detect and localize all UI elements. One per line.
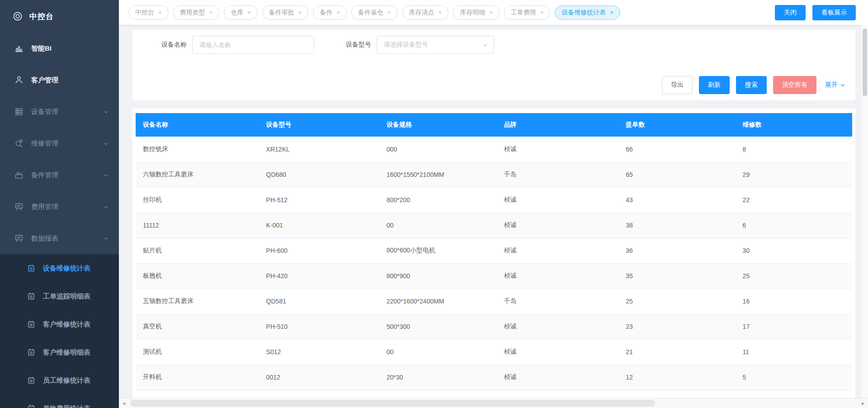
table-cell: 800*200	[379, 187, 497, 213]
table-cell: XR12KL	[259, 137, 379, 162]
tab-close-icon[interactable]: ×	[489, 9, 493, 15]
close-button[interactable]: 关闭	[775, 5, 806, 20]
tab-item[interactable]: 备件×	[313, 5, 347, 20]
device-name-label: 设备名称	[161, 41, 187, 49]
spare-icon	[14, 171, 24, 180]
search-button[interactable]: 搜索	[736, 76, 767, 94]
tab-close-icon[interactable]: ×	[298, 9, 302, 15]
customer-icon	[14, 76, 24, 85]
submenu-item-customer-repair-detail[interactable]: 客户维修明细表	[0, 338, 119, 366]
tab-close-icon[interactable]: ×	[209, 9, 213, 15]
table-cell: 38	[618, 213, 735, 238]
tab-item[interactable]: 库存明细×	[453, 5, 500, 20]
sidebar-item-label: 备件管理	[31, 171, 96, 180]
table-cell: 23	[618, 314, 735, 339]
tab-close-icon[interactable]: ×	[158, 9, 162, 15]
table-cell: 65	[618, 162, 735, 187]
horizontal-scrollbar-track[interactable]	[129, 399, 858, 408]
expense-icon	[14, 202, 24, 211]
sidebar-item-customers[interactable]: 客户管理	[0, 64, 119, 96]
export-button[interactable]: 导出	[662, 76, 693, 94]
filter-panel: 设备名称 设备型号 请选择设备型号 导出	[132, 30, 855, 100]
table-cell: 20*30	[379, 365, 497, 390]
submenu-item-employee-repair-stats[interactable]: 员工维修统计表	[0, 366, 119, 394]
table-cell: 36	[618, 238, 735, 263]
chevron-down-icon	[103, 109, 109, 115]
vertical-scrollbar[interactable]	[861, 25, 868, 398]
table-cell: 丝印机	[136, 187, 259, 213]
tab-item[interactable]: 工单费用×	[504, 5, 551, 20]
tab-item[interactable]: 中控台×	[128, 5, 169, 20]
content: 设备名称 设备型号 请选择设备型号 导出	[119, 25, 868, 408]
table-cell: PH-510	[259, 314, 379, 339]
board-display-button[interactable]: 看板展示	[812, 5, 856, 20]
sidebar-brand[interactable]: 中控台	[0, 0, 119, 33]
submenu-item-device-repair-stats[interactable]: 设备维修统计表	[0, 254, 119, 282]
chevron-down-icon	[840, 82, 845, 88]
tab-item[interactable]: 备件返仓×	[351, 5, 398, 20]
horizontal-scrollbar-thumb[interactable]	[130, 400, 655, 407]
notebook-icon	[27, 264, 35, 272]
tab-close-icon[interactable]: ×	[439, 9, 442, 15]
vertical-scrollbar-thumb[interactable]	[863, 28, 867, 96]
column-header: 设备名称	[136, 113, 259, 137]
column-header: 维修数	[736, 113, 852, 137]
submenu-item-label: 工单追踪明细表	[43, 292, 90, 301]
tab-close-icon[interactable]: ×	[610, 9, 613, 15]
main-area: 中控台×费用类型×仓库×备件审批×备件×备件返仓×库存清点×库存明细×工单费用×…	[119, 0, 868, 408]
table-cell: 六轴数控工具磨床	[136, 162, 259, 187]
table-cell: 00	[379, 339, 497, 365]
table-row: 贴片机PH-600800*600小型电机桢诚3630	[136, 238, 852, 263]
table-cell: 开料机	[136, 365, 259, 390]
sidebar-item-label: 智能BI	[31, 44, 109, 53]
tab-close-icon[interactable]: ×	[336, 9, 340, 15]
tab-close-icon[interactable]: ×	[247, 9, 251, 15]
sidebar-item-devices[interactable]: 设备管理	[0, 96, 119, 128]
submenu-item-travel-expense-stats[interactable]: 差旅费用统计表	[0, 394, 119, 408]
scroll-right-arrow[interactable]: ►	[858, 401, 868, 406]
table-cell: 8	[736, 137, 852, 162]
tab-item[interactable]: 库存清点×	[402, 5, 449, 20]
table-cell: 00	[379, 213, 497, 238]
tab-close-icon[interactable]: ×	[387, 9, 391, 15]
table-cell: 000	[379, 137, 497, 162]
table-cell: QD581	[259, 289, 379, 314]
refresh-button[interactable]: 刷新	[699, 76, 730, 94]
table-cell: 数控铣床	[136, 137, 259, 162]
tab-label: 费用类型	[180, 9, 205, 17]
table-cell: 43	[618, 187, 735, 213]
table-cell: 25	[736, 263, 852, 289]
expand-toggle[interactable]: 展开	[825, 81, 845, 89]
sidebar-item-reports[interactable]: 数据报表	[0, 223, 119, 254]
device-icon	[14, 107, 24, 116]
console-icon	[13, 11, 23, 21]
device-name-input[interactable]	[192, 36, 314, 54]
sidebar-item-expenses[interactable]: 费用管理	[0, 191, 119, 223]
sidebar-item-label: 维修管理	[31, 139, 96, 148]
table-cell: 千岛	[497, 289, 618, 314]
table-row: 六轴数控工具磨床QD6801600*1550*2100MM千岛6529	[136, 162, 852, 187]
sidebar-item-repairs[interactable]: 维修管理	[0, 128, 119, 159]
tab-item[interactable]: 费用类型×	[173, 5, 220, 20]
submenu-item-customer-repair-stats[interactable]: 客户维修统计表	[0, 310, 119, 338]
sidebar-item-bi[interactable]: 智能BI	[0, 33, 119, 64]
horizontal-scrollbar[interactable]: ◄ ►	[119, 398, 868, 408]
tab-item[interactable]: 设备维修统计表×	[555, 5, 620, 20]
tab-label: 备件审批	[269, 9, 294, 17]
clear-all-button[interactable]: 清空所有	[773, 76, 816, 94]
scroll-left-arrow[interactable]: ◄	[119, 401, 129, 406]
table-cell: 35	[618, 263, 735, 289]
chevron-down-icon	[103, 204, 109, 210]
sidebar-item-spare-parts[interactable]: 备件管理	[0, 159, 119, 191]
tab-item[interactable]: 仓库×	[224, 5, 258, 20]
tab-item[interactable]: 备件审批×	[262, 5, 309, 20]
table-row: 数控铣床XR12KL000桢诚668	[136, 137, 852, 162]
submenu-item-work-order-trace[interactable]: 工单追踪明细表	[0, 282, 119, 310]
sidebar-nav: 智能BI客户管理设备管理维修管理备件管理费用管理数据报表	[0, 33, 119, 254]
table-cell: QD680	[259, 162, 379, 187]
table-row: 真空机PH-510500*300桢诚2317	[136, 314, 852, 339]
device-model-select[interactable]: 请选择设备型号	[377, 36, 494, 54]
tab-close-icon[interactable]: ×	[540, 9, 544, 15]
submenu-item-label: 客户维修明细表	[43, 348, 90, 357]
column-header: 设备规格	[379, 113, 497, 137]
